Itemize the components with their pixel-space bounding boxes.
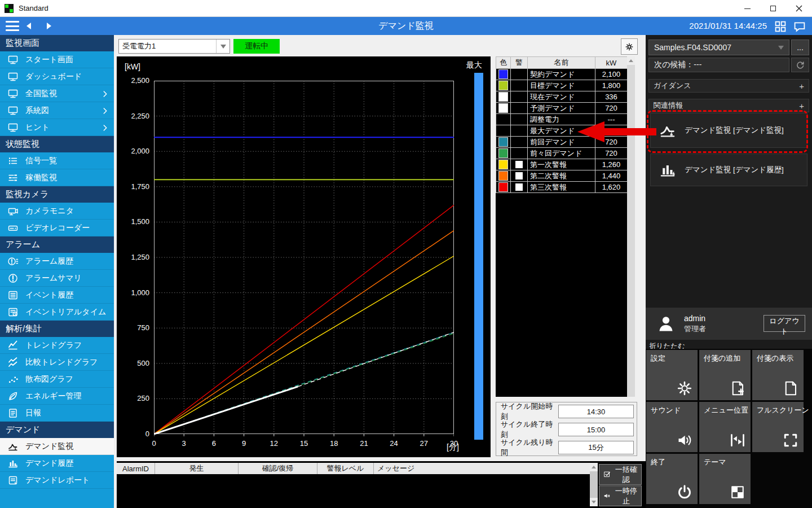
tile-menu-position[interactable]: メニュー位置 [699, 402, 751, 452]
alarm-scrollbar[interactable] [590, 463, 598, 506]
alarm-button-label: 一括確認 [615, 465, 638, 485]
alarm-checkbox[interactable] [515, 161, 523, 168]
tile-power[interactable]: 終了 [646, 454, 698, 504]
chevron-down-icon [220, 45, 226, 49]
sidebar-item[interactable]: デマンドレポート [0, 472, 114, 489]
tile-fullscreen[interactable]: フルスクリーン [752, 402, 804, 452]
sidebar-item[interactable]: アラームサマリ [0, 270, 114, 287]
sidebar-item[interactable]: カメラモニタ [0, 203, 114, 220]
legend-row[interactable]: 前回デマンド720 [496, 137, 628, 148]
sidebar-item-label: スタート画面 [25, 55, 73, 65]
sidebar-item-label: イベントリアルタイム [25, 307, 106, 317]
sidebar-item[interactable]: デマンド監視 [0, 438, 114, 455]
legend-row[interactable]: 前々回デマンド720 [496, 148, 628, 159]
sidebar-item-label: デマンド監視 [25, 441, 73, 452]
related-item[interactable]: デマンド監視 [デマンド監視] [650, 113, 807, 148]
legend-header-cell: 名前 [528, 57, 595, 69]
legend-row[interactable]: 目標デマンド1,800 [496, 80, 628, 91]
alarm-header-cell[interactable]: AlarmID [117, 463, 155, 474]
related-item[interactable]: デマンド監視 [デマンド履歴] [650, 154, 807, 186]
refresh-button[interactable] [791, 58, 809, 72]
color-swatch [499, 93, 508, 101]
apps-grid-button[interactable] [774, 20, 787, 33]
sidebar-item[interactable]: 信号一覧 [0, 152, 114, 169]
legend-row[interactable]: 調整電力--- [496, 114, 628, 125]
logout-button[interactable]: ログアウト [764, 315, 805, 332]
legend-row[interactable]: 現在デマンド336 [496, 91, 628, 103]
tag-more-button[interactable]: ... [791, 40, 809, 55]
alarm-checkbox[interactable] [515, 172, 523, 179]
alarm-header-cell[interactable]: 警報レベル [317, 463, 374, 474]
triangle-up-icon [629, 59, 633, 62]
color-swatch [499, 149, 508, 157]
tile-theme[interactable]: テーマ [699, 454, 751, 504]
legend-row[interactable]: 予測デマンド720 [496, 103, 628, 114]
sidebar-item[interactable]: 全国監視 [0, 85, 114, 102]
sidebar-item[interactable]: 系統図 [0, 102, 114, 119]
confirm-all-button[interactable]: 一括確認 [599, 464, 642, 485]
expand-plus-icon[interactable]: + [799, 101, 804, 111]
tag-selector-value: Samples.F04.SD0007 [654, 43, 731, 52]
signal-selector-dropdown[interactable]: 受電電力1 [118, 39, 230, 54]
sidebar-item[interactable]: エネルギー管理 [0, 388, 114, 405]
y-tick-label: 2,500 [118, 76, 149, 86]
tile-gear[interactable]: 設定 [646, 350, 698, 400]
sidebar-item[interactable]: 比較トレンドグラフ [0, 354, 114, 371]
datetime-display: 2021/01/31 14:44:25 [689, 17, 767, 35]
minimize-button[interactable] [734, 0, 760, 17]
chevron-right-icon [101, 124, 109, 132]
alarm-header-cell[interactable]: メッセージ [374, 463, 590, 474]
sidebar-item[interactable]: スタート画面 [0, 51, 114, 68]
alarm-checkbox[interactable] [515, 183, 523, 191]
close-button[interactable] [786, 0, 812, 17]
sidebar-item[interactable]: ダッシュボード [0, 68, 114, 85]
maximize-button[interactable] [760, 0, 786, 17]
note-add-icon [729, 380, 746, 397]
legend-name: 予測デマンド [528, 103, 595, 114]
alarm-header-cell[interactable]: 発生 [155, 463, 239, 474]
related-info-label: 関連情報 [654, 100, 683, 111]
sidebar-item[interactable]: 稼働監視 [0, 169, 114, 186]
sidebar-item[interactable]: ビデオレコーダー [0, 220, 114, 237]
theme-icon [729, 484, 746, 501]
alarm-header-cell[interactable]: 確認/復帰 [239, 463, 317, 474]
sidebar-item-label: カメラモニタ [25, 206, 74, 216]
tile-note[interactable]: 付箋の表示 [752, 350, 804, 400]
pause-button[interactable]: 一時停止 [599, 485, 642, 506]
tile-speaker[interactable]: サウンド [646, 402, 698, 452]
related-info-section-header[interactable]: 関連情報 + [648, 99, 809, 112]
tile-note-add[interactable]: 付箋の追加 [699, 350, 751, 400]
chart-settings-button[interactable] [621, 38, 638, 55]
legend-row[interactable]: 第一次警報1,260 [496, 159, 628, 170]
sidebar-item[interactable]: アラーム履歴 [0, 253, 114, 270]
dropdown-button[interactable] [216, 40, 230, 53]
sidebar-item[interactable]: イベントリアルタイム [0, 304, 114, 321]
scroll-down-button[interactable] [590, 498, 598, 506]
sidebar-item-label: デマンド履歴 [25, 458, 73, 468]
legend-kw-value: 884 [595, 125, 628, 137]
sidebar-item[interactable]: 日報 [0, 405, 114, 422]
legend-row[interactable]: 契約デマンド2,100 [496, 69, 628, 80]
sidebar-section-header: 監視カメラ [0, 186, 114, 203]
chevron-icon [101, 90, 109, 98]
sidebar-item[interactable]: イベント履歴 [0, 287, 114, 304]
legend-row[interactable]: 第三次警報1,620 [496, 182, 628, 193]
cycle-value: 15分 [558, 441, 634, 454]
legend-header-cell: 警 [511, 57, 528, 69]
sidebar-item[interactable]: ヒント [0, 119, 114, 136]
sidebar-item[interactable]: デマンド履歴 [0, 455, 114, 472]
sidebar-item[interactable]: トレンドグラフ [0, 337, 114, 354]
check-all-icon [603, 470, 611, 479]
message-button[interactable] [793, 20, 806, 33]
scroll-up-button[interactable] [627, 56, 635, 65]
tag-selector-dropdown[interactable]: Samples.F04.SD0007 [648, 40, 789, 55]
legend-row[interactable]: 最大デマンド884 [496, 125, 628, 137]
apps-grid-icon [774, 20, 787, 33]
sidebar-item[interactable]: 散布図グラフ [0, 371, 114, 388]
guidance-section-header[interactable]: ガイダンス + [648, 79, 809, 93]
legend-scrollbar[interactable] [627, 56, 635, 397]
expand-plus-icon[interactable]: + [799, 81, 804, 91]
sidebar-item-label: 散布図グラフ [25, 374, 73, 384]
legend-row[interactable]: 第二次警報1,440 [496, 170, 628, 182]
scroll-up-button[interactable] [590, 463, 598, 471]
